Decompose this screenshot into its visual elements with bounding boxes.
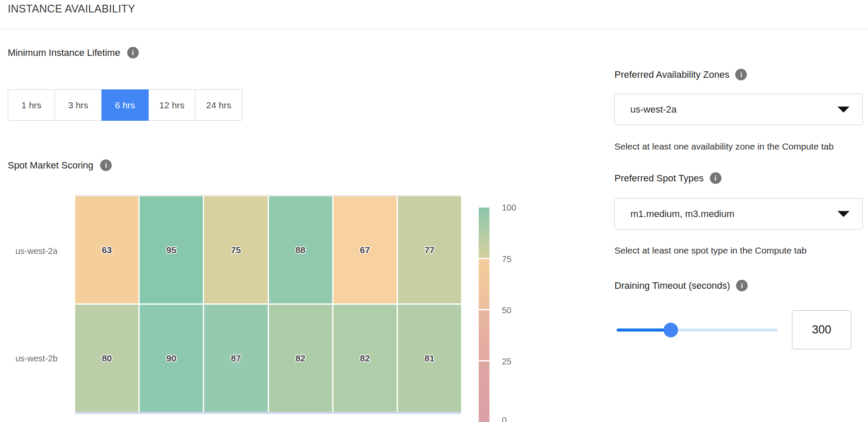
page-title: INSTANCE AVAILABILITY [8, 3, 135, 15]
availability-zones-dropdown-value: us-west-2a [630, 104, 677, 115]
chevron-down-icon [837, 107, 850, 113]
heatmap-row-label: us-west-2a [15, 246, 71, 256]
colorbar-tick-label: 25 [502, 356, 511, 367]
info-icon[interactable]: i [736, 280, 748, 291]
slider-fill [617, 328, 671, 331]
preferred-spot-types-label: Preferred Spot Types [614, 173, 704, 184]
lifetime-option-6-hrs[interactable]: 6 hrs [101, 89, 149, 121]
availability-zones-dropdown[interactable]: us-west-2a [614, 94, 863, 125]
heatmap-cell: 81 [398, 305, 461, 412]
spot-types-dropdown[interactable]: m1.medium, m3.medium [614, 198, 863, 229]
preferred-availability-zones-label: Preferred Availability Zones [614, 69, 729, 80]
preferred-availability-zones-label-row: Preferred Availability Zones i [614, 69, 863, 80]
colorbar-tick-label: 100 [502, 202, 516, 213]
header-divider [0, 29, 868, 29]
colorbar-tick-label: 0 [502, 415, 507, 422]
lifetime-option-12-hrs[interactable]: 12 hrs [148, 89, 196, 121]
heatmap-cell: 90 [140, 305, 203, 412]
heatmap-bottom-scroll-strip [75, 412, 461, 414]
slider-thumb[interactable] [663, 323, 678, 337]
colorbar-tick-label: 75 [502, 254, 511, 265]
lifetime-button-group: 1 hrs3 hrs6 hrs12 hrs24 hrs [8, 89, 242, 121]
minimum-instance-lifetime-label: Minimum Instance Lifetime [8, 47, 120, 58]
heatmap-cell: 67 [333, 196, 397, 303]
spot-market-scoring-label: Spot Market Scoring [8, 160, 93, 171]
colorbar-segment [479, 310, 489, 360]
colorbar-segment [479, 259, 489, 309]
minimum-instance-lifetime-label-row: Minimum Instance Lifetime i [8, 47, 139, 58]
heatmap: 639575886777809087828281 [75, 196, 461, 412]
heatmap-cell: 77 [398, 196, 461, 303]
info-icon[interactable]: i [735, 69, 747, 80]
preferred-spot-types-label-row: Preferred Spot Types i [614, 172, 863, 184]
chevron-down-icon [837, 211, 850, 217]
spot-types-helper-text: Select at least one spot type in the Com… [614, 245, 863, 256]
heatmap-cell: 88 [269, 196, 332, 303]
heatmap-cell: 75 [204, 196, 267, 303]
colorbar-segment [479, 361, 489, 422]
spot-types-dropdown-value: m1.medium, m3.medium [630, 208, 734, 220]
heatmap-cell: 63 [75, 196, 138, 303]
draining-timeout-input[interactable] [792, 310, 851, 349]
heatmap-cell: 87 [204, 305, 267, 412]
draining-timeout-slider[interactable] [617, 310, 778, 349]
info-icon[interactable]: i [127, 47, 139, 58]
draining-timeout-label: Draining Timeout (seconds) [614, 280, 730, 291]
heatmap-cell: 82 [269, 305, 332, 412]
lifetime-option-24-hrs[interactable]: 24 hrs [195, 89, 242, 121]
heatmap-cell: 80 [75, 305, 138, 412]
colorbar-segment [479, 208, 489, 258]
draining-timeout-label-row: Draining Timeout (seconds) i [614, 280, 863, 291]
right-panel: Preferred Availability Zones i us-west-2… [614, 69, 863, 349]
lifetime-option-1-hrs[interactable]: 1 hrs [8, 89, 55, 121]
draining-timeout-slider-row [614, 310, 863, 349]
heatmap-cell: 82 [333, 305, 397, 412]
heatmap-row-label: us-west-2b [15, 354, 71, 364]
availability-zones-helper-text: Select at least one availability zone in… [614, 141, 863, 152]
info-icon[interactable]: i [710, 172, 721, 184]
spot-market-scoring-label-row: Spot Market Scoring i [8, 159, 112, 171]
colorbar-tick-label: 50 [502, 305, 511, 316]
heatmap-cell: 95 [140, 196, 203, 303]
colorbar [479, 208, 489, 422]
lifetime-option-3-hrs[interactable]: 3 hrs [55, 89, 102, 121]
info-icon[interactable]: i [100, 159, 112, 171]
